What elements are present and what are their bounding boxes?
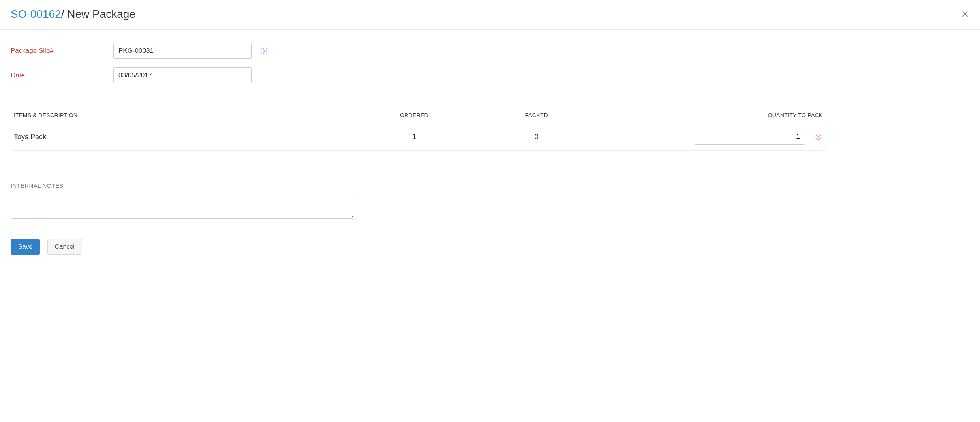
date-label: Date <box>11 71 113 79</box>
form-area: Package Slip# Date <box>0 30 980 83</box>
items-header-row: ITEMS & DESCRIPTION ORDERED PACKED QUANT… <box>11 107 826 123</box>
close-icon[interactable] <box>960 9 970 19</box>
items-table-wrap: ITEMS & DESCRIPTION ORDERED PACKED QUANT… <box>0 107 980 151</box>
page-title: SO-00162/ New Package <box>11 8 135 21</box>
date-row: Date <box>11 67 970 83</box>
page-header: SO-00162/ New Package <box>0 0 980 30</box>
remove-row-icon[interactable] <box>814 133 823 141</box>
col-items: ITEMS & DESCRIPTION <box>11 107 353 123</box>
item-packed: 0 <box>475 123 598 151</box>
package-slip-input[interactable] <box>113 43 252 59</box>
item-ordered: 1 <box>353 123 475 151</box>
notes-section: INTERNAL NOTES <box>0 182 980 220</box>
table-row: Toys Pack 1 0 <box>11 123 826 151</box>
internal-notes-input[interactable] <box>11 193 354 219</box>
title-suffix: New Package <box>64 8 135 20</box>
col-packed: PACKED <box>475 107 598 123</box>
svg-point-0 <box>263 50 265 52</box>
item-name: Toys Pack <box>11 123 353 151</box>
notes-label: INTERNAL NOTES <box>11 182 970 189</box>
package-slip-row: Package Slip# <box>11 43 970 59</box>
items-table: ITEMS & DESCRIPTION ORDERED PACKED QUANT… <box>11 107 826 151</box>
save-button[interactable]: Save <box>11 239 40 255</box>
date-input[interactable] <box>113 67 252 83</box>
col-ordered: ORDERED <box>353 107 475 123</box>
new-package-page: SO-00162/ New Package Package Slip# Date <box>0 0 980 276</box>
gear-icon[interactable] <box>259 47 268 55</box>
so-number-link[interactable]: SO-00162 <box>11 8 61 20</box>
package-slip-label: Package Slip# <box>11 47 113 55</box>
cancel-button[interactable]: Cancel <box>47 239 82 255</box>
col-qty-to-pack: QUANTITY TO PACK <box>598 107 826 123</box>
footer-actions: Save Cancel <box>0 232 980 262</box>
qty-to-pack-input[interactable] <box>695 129 805 145</box>
